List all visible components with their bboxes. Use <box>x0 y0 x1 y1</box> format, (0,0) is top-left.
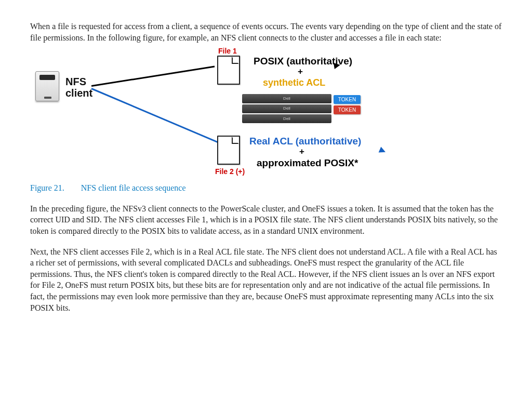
arrow-to-file1-icon <box>91 85 216 87</box>
file2-label: File 2 (+) <box>215 167 245 177</box>
rack-unit <box>242 104 331 113</box>
paragraph-3: Next, the NFS client accesses File 2, wh… <box>30 246 502 314</box>
paragraph-2: In the preceding figure, the NFSv3 clien… <box>30 203 502 237</box>
intro-paragraph: When a file is requested for access from… <box>30 21 502 43</box>
token-badge-red: TOKEN <box>334 105 361 114</box>
nfs-client-line2: client <box>65 87 92 99</box>
figure-caption: Figure 21. NFS client file access sequen… <box>30 182 502 194</box>
server-icon <box>35 71 59 101</box>
approx-posix-label: approximated POSIX* <box>257 156 358 170</box>
nfs-client-line1: NFS <box>65 76 86 87</box>
rack-unit <box>242 114 331 123</box>
file1-label: File 1 <box>218 46 237 56</box>
posix-authoritative-label: POSIX (authoritative) <box>254 55 352 68</box>
synthetic-acl-label: synthetic ACL <box>263 76 325 89</box>
token-badge-blue: TOKEN <box>334 95 361 104</box>
cluster-rack-icon <box>242 94 331 123</box>
file1-page-icon <box>217 56 240 85</box>
figure-number: Figure 21. <box>30 183 64 192</box>
rack-unit <box>242 94 331 103</box>
token-badges: TOKEN TOKEN <box>334 95 361 114</box>
real-acl-label: Real ACL (authoritative) <box>249 135 361 148</box>
figure-container: NFS client File 1 POSIX (authoritative) … <box>30 52 502 177</box>
nfs-client-label: NFS client <box>65 76 92 99</box>
diagram: NFS client File 1 POSIX (authoritative) … <box>35 52 368 177</box>
arrow-to-file2-icon <box>91 88 240 89</box>
file2-page-icon <box>217 136 240 165</box>
figure-caption-text: NFS client file access sequence <box>81 183 186 192</box>
